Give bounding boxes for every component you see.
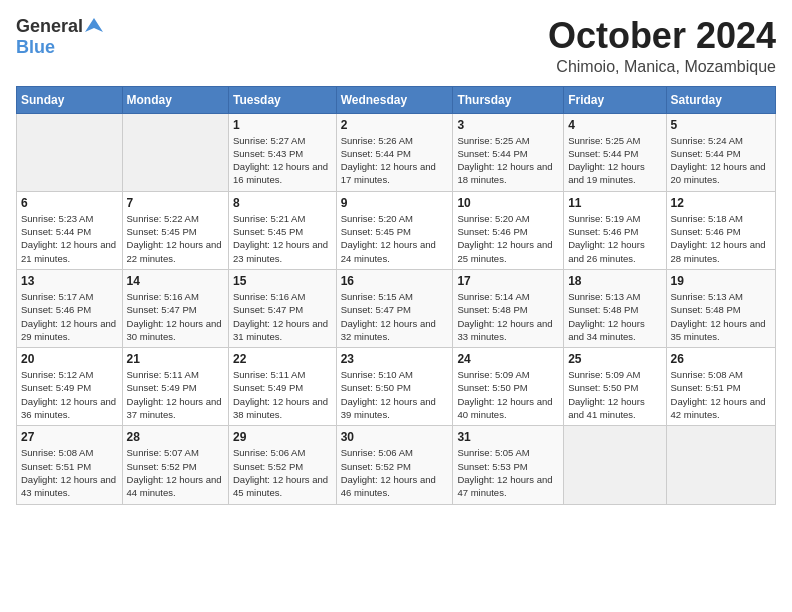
calendar-cell: 16Sunrise: 5:15 AMSunset: 5:47 PMDayligh… — [336, 269, 453, 347]
calendar-cell: 30Sunrise: 5:06 AMSunset: 5:52 PMDayligh… — [336, 426, 453, 504]
day-info: Sunrise: 5:16 AMSunset: 5:47 PMDaylight:… — [233, 290, 332, 343]
calendar-cell: 2Sunrise: 5:26 AMSunset: 5:44 PMDaylight… — [336, 113, 453, 191]
calendar-cell: 24Sunrise: 5:09 AMSunset: 5:50 PMDayligh… — [453, 348, 564, 426]
day-number: 21 — [127, 352, 224, 366]
day-info: Sunrise: 5:23 AMSunset: 5:44 PMDaylight:… — [21, 212, 118, 265]
day-number: 16 — [341, 274, 449, 288]
day-number: 15 — [233, 274, 332, 288]
day-info: Sunrise: 5:14 AMSunset: 5:48 PMDaylight:… — [457, 290, 559, 343]
calendar-cell: 26Sunrise: 5:08 AMSunset: 5:51 PMDayligh… — [666, 348, 775, 426]
day-info: Sunrise: 5:09 AMSunset: 5:50 PMDaylight:… — [457, 368, 559, 421]
title-block: October 2024 Chimoio, Manica, Mozambique — [548, 16, 776, 76]
day-number: 19 — [671, 274, 771, 288]
day-number: 18 — [568, 274, 661, 288]
weekday-header: Saturday — [666, 86, 775, 113]
calendar-cell: 23Sunrise: 5:10 AMSunset: 5:50 PMDayligh… — [336, 348, 453, 426]
calendar-header-row: SundayMondayTuesdayWednesdayThursdayFrid… — [17, 86, 776, 113]
day-info: Sunrise: 5:12 AMSunset: 5:49 PMDaylight:… — [21, 368, 118, 421]
calendar-cell: 13Sunrise: 5:17 AMSunset: 5:46 PMDayligh… — [17, 269, 123, 347]
logo-general-text: General — [16, 17, 83, 37]
calendar-week-row: 20Sunrise: 5:12 AMSunset: 5:49 PMDayligh… — [17, 348, 776, 426]
day-info: Sunrise: 5:11 AMSunset: 5:49 PMDaylight:… — [233, 368, 332, 421]
day-number: 2 — [341, 118, 449, 132]
calendar-cell: 20Sunrise: 5:12 AMSunset: 5:49 PMDayligh… — [17, 348, 123, 426]
subtitle: Chimoio, Manica, Mozambique — [548, 58, 776, 76]
weekday-header: Sunday — [17, 86, 123, 113]
logo-bird-icon — [85, 16, 103, 34]
weekday-header: Thursday — [453, 86, 564, 113]
calendar-cell: 19Sunrise: 5:13 AMSunset: 5:48 PMDayligh… — [666, 269, 775, 347]
calendar-cell: 5Sunrise: 5:24 AMSunset: 5:44 PMDaylight… — [666, 113, 775, 191]
calendar-cell — [666, 426, 775, 504]
day-number: 7 — [127, 196, 224, 210]
day-info: Sunrise: 5:06 AMSunset: 5:52 PMDaylight:… — [233, 446, 332, 499]
logo: General Blue — [16, 16, 103, 58]
calendar-cell: 9Sunrise: 5:20 AMSunset: 5:45 PMDaylight… — [336, 191, 453, 269]
day-number: 29 — [233, 430, 332, 444]
calendar-cell: 3Sunrise: 5:25 AMSunset: 5:44 PMDaylight… — [453, 113, 564, 191]
day-number: 30 — [341, 430, 449, 444]
day-number: 11 — [568, 196, 661, 210]
day-info: Sunrise: 5:13 AMSunset: 5:48 PMDaylight:… — [568, 290, 661, 343]
day-info: Sunrise: 5:21 AMSunset: 5:45 PMDaylight:… — [233, 212, 332, 265]
weekday-header: Wednesday — [336, 86, 453, 113]
day-info: Sunrise: 5:07 AMSunset: 5:52 PMDaylight:… — [127, 446, 224, 499]
calendar-cell: 7Sunrise: 5:22 AMSunset: 5:45 PMDaylight… — [122, 191, 228, 269]
day-info: Sunrise: 5:08 AMSunset: 5:51 PMDaylight:… — [21, 446, 118, 499]
calendar-cell — [122, 113, 228, 191]
calendar-week-row: 27Sunrise: 5:08 AMSunset: 5:51 PMDayligh… — [17, 426, 776, 504]
calendar-week-row: 13Sunrise: 5:17 AMSunset: 5:46 PMDayligh… — [17, 269, 776, 347]
calendar-cell: 14Sunrise: 5:16 AMSunset: 5:47 PMDayligh… — [122, 269, 228, 347]
calendar-cell: 29Sunrise: 5:06 AMSunset: 5:52 PMDayligh… — [229, 426, 337, 504]
calendar-cell: 4Sunrise: 5:25 AMSunset: 5:44 PMDaylight… — [564, 113, 666, 191]
day-info: Sunrise: 5:24 AMSunset: 5:44 PMDaylight:… — [671, 134, 771, 187]
weekday-header: Tuesday — [229, 86, 337, 113]
calendar-week-row: 1Sunrise: 5:27 AMSunset: 5:43 PMDaylight… — [17, 113, 776, 191]
day-info: Sunrise: 5:25 AMSunset: 5:44 PMDaylight:… — [457, 134, 559, 187]
calendar-cell — [17, 113, 123, 191]
day-info: Sunrise: 5:18 AMSunset: 5:46 PMDaylight:… — [671, 212, 771, 265]
day-info: Sunrise: 5:13 AMSunset: 5:48 PMDaylight:… — [671, 290, 771, 343]
day-number: 14 — [127, 274, 224, 288]
day-info: Sunrise: 5:05 AMSunset: 5:53 PMDaylight:… — [457, 446, 559, 499]
calendar-week-row: 6Sunrise: 5:23 AMSunset: 5:44 PMDaylight… — [17, 191, 776, 269]
day-info: Sunrise: 5:26 AMSunset: 5:44 PMDaylight:… — [341, 134, 449, 187]
calendar-cell: 1Sunrise: 5:27 AMSunset: 5:43 PMDaylight… — [229, 113, 337, 191]
page-header: General Blue October 2024 Chimoio, Manic… — [16, 16, 776, 76]
calendar-cell: 21Sunrise: 5:11 AMSunset: 5:49 PMDayligh… — [122, 348, 228, 426]
day-number: 13 — [21, 274, 118, 288]
day-number: 9 — [341, 196, 449, 210]
day-number: 12 — [671, 196, 771, 210]
day-number: 23 — [341, 352, 449, 366]
calendar-cell: 18Sunrise: 5:13 AMSunset: 5:48 PMDayligh… — [564, 269, 666, 347]
calendar-cell: 31Sunrise: 5:05 AMSunset: 5:53 PMDayligh… — [453, 426, 564, 504]
calendar-cell: 15Sunrise: 5:16 AMSunset: 5:47 PMDayligh… — [229, 269, 337, 347]
day-number: 3 — [457, 118, 559, 132]
calendar-cell: 22Sunrise: 5:11 AMSunset: 5:49 PMDayligh… — [229, 348, 337, 426]
day-info: Sunrise: 5:22 AMSunset: 5:45 PMDaylight:… — [127, 212, 224, 265]
day-number: 25 — [568, 352, 661, 366]
logo-blue-text: Blue — [16, 38, 55, 58]
day-number: 22 — [233, 352, 332, 366]
day-number: 31 — [457, 430, 559, 444]
calendar-cell: 17Sunrise: 5:14 AMSunset: 5:48 PMDayligh… — [453, 269, 564, 347]
calendar-cell: 12Sunrise: 5:18 AMSunset: 5:46 PMDayligh… — [666, 191, 775, 269]
day-info: Sunrise: 5:20 AMSunset: 5:45 PMDaylight:… — [341, 212, 449, 265]
day-info: Sunrise: 5:08 AMSunset: 5:51 PMDaylight:… — [671, 368, 771, 421]
day-info: Sunrise: 5:17 AMSunset: 5:46 PMDaylight:… — [21, 290, 118, 343]
day-number: 20 — [21, 352, 118, 366]
svg-marker-0 — [85, 18, 103, 32]
day-number: 5 — [671, 118, 771, 132]
day-number: 26 — [671, 352, 771, 366]
day-info: Sunrise: 5:19 AMSunset: 5:46 PMDaylight:… — [568, 212, 661, 265]
day-info: Sunrise: 5:15 AMSunset: 5:47 PMDaylight:… — [341, 290, 449, 343]
day-number: 6 — [21, 196, 118, 210]
day-number: 28 — [127, 430, 224, 444]
calendar-cell — [564, 426, 666, 504]
day-info: Sunrise: 5:25 AMSunset: 5:44 PMDaylight:… — [568, 134, 661, 187]
day-number: 8 — [233, 196, 332, 210]
day-number: 17 — [457, 274, 559, 288]
calendar-cell: 28Sunrise: 5:07 AMSunset: 5:52 PMDayligh… — [122, 426, 228, 504]
calendar-cell: 27Sunrise: 5:08 AMSunset: 5:51 PMDayligh… — [17, 426, 123, 504]
day-info: Sunrise: 5:27 AMSunset: 5:43 PMDaylight:… — [233, 134, 332, 187]
